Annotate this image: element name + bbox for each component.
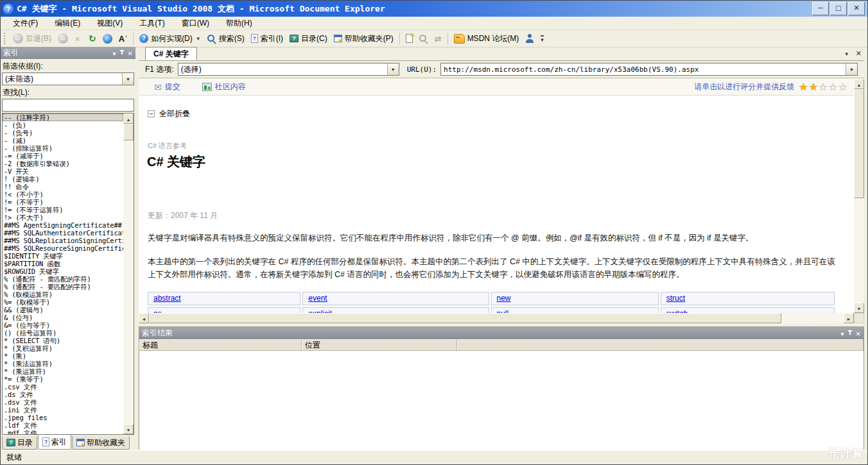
index-list-item[interactable]: ##MS_SQLReplicationSigningCerti [3,237,123,244]
index-list-item[interactable]: % (通配符 - 需匹配的字符) [3,275,123,283]
scroll-left-icon[interactable] [139,313,149,323]
index-list-item[interactable]: ##MS_AgentSigningCertificate## [3,221,123,229]
index-list-item[interactable]: () (括号运算符) [3,329,123,337]
index-list-item[interactable]: != (不等于运算符) [3,206,123,214]
search-results-button[interactable] [416,32,431,45]
index-list-item[interactable]: -- (注释字符) [3,114,123,121]
chevron-down-icon[interactable]: ▼ [196,36,201,42]
maximize-button[interactable] [830,2,847,15]
font-size-button[interactable] [116,32,130,46]
index-list-item[interactable]: && (逻辑与) [3,306,123,314]
sync-contents-button[interactable] [431,32,445,46]
close-document-icon[interactable] [856,49,862,58]
content-horizontal-scrollbar[interactable] [139,313,854,323]
pin-icon[interactable] [119,49,125,56]
menu-item[interactable]: 帮助(H) [218,17,261,30]
find-input[interactable] [2,99,134,112]
dropdown-arrow-icon[interactable] [122,73,134,85]
index-list-item[interactable]: !< (不小于) [3,190,123,198]
index-list-item[interactable]: !! 命令 [3,183,123,190]
keyword-link[interactable]: event [308,294,327,303]
index-list-item[interactable]: -2 (数据库引擎错误) [3,160,123,167]
menu-item[interactable]: 窗口(W) [173,17,218,30]
star-icon[interactable] [809,82,818,92]
panel-close-icon[interactable] [128,49,133,58]
pin-icon[interactable] [847,330,853,337]
menu-item[interactable]: 视图(V) [89,17,131,30]
scroll-thumb[interactable] [149,313,781,323]
scroll-thumb[interactable] [123,124,134,140]
index-list-item[interactable]: - (排除运算符) [3,144,123,152]
index-list-item[interactable]: & (位与) [3,314,123,321]
index-list-item[interactable]: ! (逻辑非) [3,175,123,183]
web-browser-button[interactable] [100,32,116,46]
toolbar-grip[interactable] [4,33,8,44]
content-vertical-scrollbar[interactable] [854,79,864,313]
menu-item[interactable]: 工具(T) [131,17,173,30]
url-dropdown[interactable]: http://msdn.microsoft.com/zh-cn/library/… [440,63,858,76]
star-icon[interactable] [828,82,837,92]
keyword-link[interactable]: struct [666,294,685,303]
index-list-item[interactable]: $PARTITION 函数 [3,260,123,267]
index-list-item[interactable]: * (SELECT 语句) [3,337,123,344]
tab-contents[interactable]: 目录 [2,436,37,450]
dropdown-arrow-icon[interactable] [846,63,857,75]
index-list-item[interactable]: * (乘) [3,352,123,360]
stop-button[interactable] [71,33,85,44]
index-list-item[interactable]: % (取模运算符) [3,291,123,298]
index-list-item[interactable]: .ldf 文件 [3,421,123,429]
scroll-up-icon[interactable] [123,114,134,124]
index-list-item[interactable]: * (乘运算符) [3,368,123,375]
index-list-item[interactable]: !> (不大于) [3,214,123,221]
index-list-item[interactable]: * (叉积运算符) [3,344,123,352]
submit-button[interactable]: 提交 [154,81,180,92]
close-button[interactable] [848,2,865,15]
tab-index[interactable]: 索引 [38,435,71,450]
scroll-right-icon[interactable] [844,313,854,323]
column-header-location[interactable]: 位置 [302,339,457,350]
star-icon[interactable] [838,82,847,92]
back-button[interactable]: 后退(B) [10,31,55,46]
index-list-item[interactable]: % (通配符 - 要匹配的字符) [3,283,123,291]
index-list-item[interactable]: *= (乘等于) [3,375,123,383]
index-list-item[interactable]: - (负) [3,121,123,129]
menu-item[interactable]: 编辑(E) [46,17,89,30]
column-header-title[interactable]: 标题 [139,339,302,350]
results-list-area[interactable] [139,351,864,451]
index-list-item[interactable]: -V 开关 [3,167,123,175]
search-button[interactable]: 搜索(S) [204,31,248,46]
forward-button[interactable] [55,31,71,46]
panel-menu-icon[interactable] [841,329,844,338]
index-list-item[interactable]: != (不等于) [3,198,123,206]
document-tab[interactable]: C# 关键字 [145,47,197,60]
scroll-down-icon[interactable] [854,303,864,313]
save-search-button[interactable] [403,32,416,45]
rating-text[interactable]: 请单击以进行评分并提供反馈 [694,81,794,92]
panel-close-icon[interactable] [856,329,861,338]
minimize-button[interactable] [812,2,829,15]
filter-dropdown[interactable]: (未筛选) [2,72,134,85]
keyword-link[interactable]: abstract [153,294,181,303]
refresh-button[interactable] [85,31,100,46]
tab-list-dropdown-icon[interactable] [844,49,849,58]
index-list-item[interactable]: ##MS_SQLResourceSigningCertific [3,244,123,252]
feedback-button[interactable] [522,32,537,45]
index-list-item[interactable]: ##MS_SQLAuthenticatorCertificat [3,229,123,237]
panel-menu-icon[interactable] [113,49,116,58]
title-bar[interactable]: C# 关键字 - Microsoft Visual Studio 2008 文档… [1,1,867,17]
star-icon[interactable] [819,82,828,92]
star-icon[interactable] [799,82,808,92]
index-button[interactable]: 索引(I) [248,31,286,46]
scroll-up-icon[interactable] [854,79,864,89]
help-favorites-button[interactable]: 帮助收藏夹(P) [331,31,397,46]
collapse-minus-icon[interactable] [148,110,155,117]
tab-help-favorites[interactable]: 帮助收藏夹 [72,436,130,450]
index-list-item[interactable]: &= (位与等于) [3,321,123,329]
index-list-item[interactable]: - (减) [3,137,123,144]
menu-item[interactable]: 文件(F) [4,17,46,30]
collapse-all-button[interactable]: 全部折叠 [148,108,854,119]
index-list-item[interactable]: %= (取模等于) [3,298,123,306]
keyword-link[interactable]: new [497,294,511,303]
index-list-item[interactable]: .mdf 文件 [3,429,123,434]
msdn-forum-button[interactable]: MSDN 论坛(M) [451,31,523,46]
